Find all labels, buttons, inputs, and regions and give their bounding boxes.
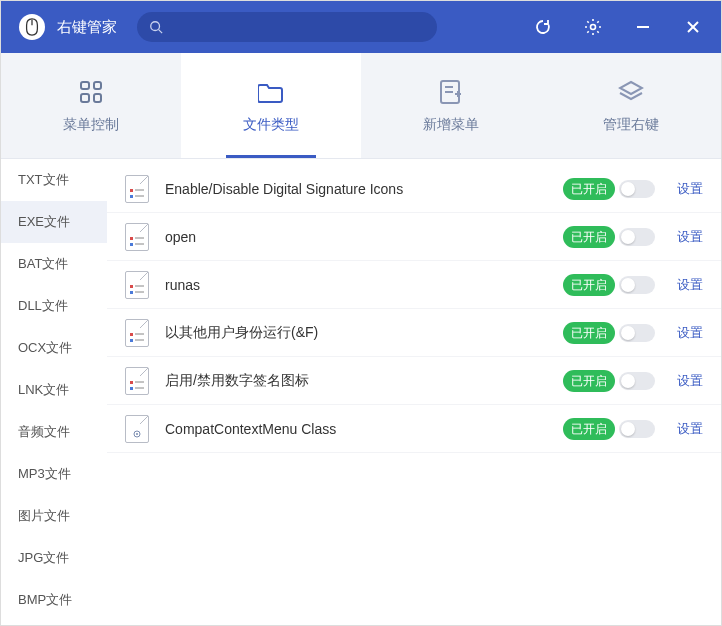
grid-icon [77, 78, 105, 106]
settings-link[interactable]: 设置 [677, 180, 703, 198]
svg-point-3 [591, 25, 596, 30]
sidebar-item-label: TXT文件 [18, 171, 69, 189]
sidebar-item-OCX文件[interactable]: OCX文件 [1, 327, 107, 369]
list-item: open已开启设置 [107, 213, 721, 261]
svg-rect-28 [130, 381, 133, 384]
svg-rect-25 [130, 339, 133, 342]
tab-label: 文件类型 [243, 116, 299, 134]
titlebar: 右键管家 [1, 1, 721, 53]
tab-add-menu[interactable]: 新增菜单 [361, 53, 541, 158]
tab-file-types[interactable]: 文件类型 [181, 53, 361, 158]
tab-label: 菜单控制 [63, 116, 119, 134]
sidebar-item-label: JPG文件 [18, 549, 69, 567]
item-name: open [165, 229, 563, 245]
list-item: 以其他用户身份运行(&F)已开启设置 [107, 309, 721, 357]
sidebar-item-MP3文件[interactable]: MP3文件 [1, 453, 107, 495]
status-badge: 已开启 [563, 418, 615, 440]
item-name: runas [165, 277, 563, 293]
sidebar-item-LNK文件[interactable]: LNK文件 [1, 369, 107, 411]
tab-label: 管理右键 [603, 116, 659, 134]
settings-link[interactable]: 设置 [677, 372, 703, 390]
sidebar-item-label: LNK文件 [18, 381, 69, 399]
sidebar-item-label: MP3文件 [18, 465, 71, 483]
svg-line-2 [159, 30, 163, 34]
settings-link[interactable]: 设置 [677, 228, 703, 246]
search-icon [149, 20, 163, 34]
properties-file-icon [125, 319, 149, 347]
toggle-switch[interactable] [619, 228, 655, 246]
sidebar-item-BMP文件[interactable]: BMP文件 [1, 579, 107, 621]
svg-rect-16 [130, 237, 133, 240]
list-item: runas已开启设置 [107, 261, 721, 309]
svg-rect-24 [130, 333, 133, 336]
item-name: 以其他用户身份运行(&F) [165, 324, 563, 342]
toggle-switch[interactable] [619, 180, 655, 198]
toggle-switch[interactable] [619, 276, 655, 294]
item-name: Enable/Disable Digital Signature Icons [165, 181, 563, 197]
app-logo [19, 14, 45, 40]
refresh-icon[interactable] [533, 17, 553, 37]
toggle-switch[interactable] [619, 372, 655, 390]
sidebar-item-label: BMP文件 [18, 591, 72, 609]
main-tabs: 菜单控制 文件类型 新增菜单 管理右键 [1, 53, 721, 159]
gear-icon[interactable] [583, 17, 603, 37]
svg-rect-13 [130, 195, 133, 198]
close-button[interactable] [683, 17, 703, 37]
list-item: Enable/Disable Digital Signature Icons已开… [107, 165, 721, 213]
folder-icon [257, 78, 285, 106]
layers-icon [617, 78, 645, 106]
sidebar-item-label: BAT文件 [18, 255, 68, 273]
app-title: 右键管家 [57, 18, 117, 37]
settings-link[interactable]: 设置 [677, 420, 703, 438]
svg-rect-20 [130, 285, 133, 288]
item-name: CompatContextMenu Class [165, 421, 563, 437]
sidebar-item-BAT文件[interactable]: BAT文件 [1, 243, 107, 285]
filetype-sidebar: TXT文件EXE文件BAT文件DLL文件OCX文件LNK文件音频文件MP3文件图… [1, 159, 107, 626]
properties-file-icon [125, 223, 149, 251]
status-badge: 已开启 [563, 322, 615, 344]
search-input[interactable] [171, 20, 425, 35]
tab-menu-control[interactable]: 菜单控制 [1, 53, 181, 158]
sidebar-item-label: OCX文件 [18, 339, 72, 357]
status-badge: 已开启 [563, 370, 615, 392]
sidebar-item-label: 图片文件 [18, 507, 70, 525]
sidebar-item-EXE文件[interactable]: EXE文件 [1, 201, 107, 243]
gear-file-icon [125, 415, 149, 443]
list-item: CompatContextMenu Class已开启设置 [107, 405, 721, 453]
svg-rect-12 [130, 189, 133, 192]
search-box[interactable] [137, 12, 437, 42]
toggle-switch[interactable] [619, 324, 655, 342]
sidebar-item-图片文件[interactable]: 图片文件 [1, 495, 107, 537]
minimize-button[interactable] [633, 17, 653, 37]
svg-rect-29 [130, 387, 133, 390]
sidebar-item-label: DLL文件 [18, 297, 68, 315]
properties-file-icon [125, 367, 149, 395]
add-doc-icon [437, 78, 465, 106]
svg-point-33 [136, 433, 138, 435]
sidebar-item-DLL文件[interactable]: DLL文件 [1, 285, 107, 327]
status-badge: 已开启 [563, 178, 615, 200]
list-item: 启用/禁用数字签名图标已开启设置 [107, 357, 721, 405]
sidebar-item-label: EXE文件 [18, 213, 70, 231]
tab-label: 新增菜单 [423, 116, 479, 134]
svg-point-1 [151, 22, 160, 31]
status-badge: 已开启 [563, 274, 615, 296]
sidebar-item-TXT文件[interactable]: TXT文件 [1, 159, 107, 201]
menu-item-list: Enable/Disable Digital Signature Icons已开… [107, 159, 721, 626]
tab-manage-rightclick[interactable]: 管理右键 [541, 53, 721, 158]
sidebar-item-音频文件[interactable]: 音频文件 [1, 411, 107, 453]
svg-rect-21 [130, 291, 133, 294]
settings-link[interactable]: 设置 [677, 276, 703, 294]
sidebar-item-label: 音频文件 [18, 423, 70, 441]
sidebar-item-JPG文件[interactable]: JPG文件 [1, 537, 107, 579]
status-badge: 已开启 [563, 226, 615, 248]
settings-link[interactable]: 设置 [677, 324, 703, 342]
properties-file-icon [125, 271, 149, 299]
properties-file-icon [125, 175, 149, 203]
toggle-switch[interactable] [619, 420, 655, 438]
item-name: 启用/禁用数字签名图标 [165, 372, 563, 390]
svg-rect-17 [130, 243, 133, 246]
